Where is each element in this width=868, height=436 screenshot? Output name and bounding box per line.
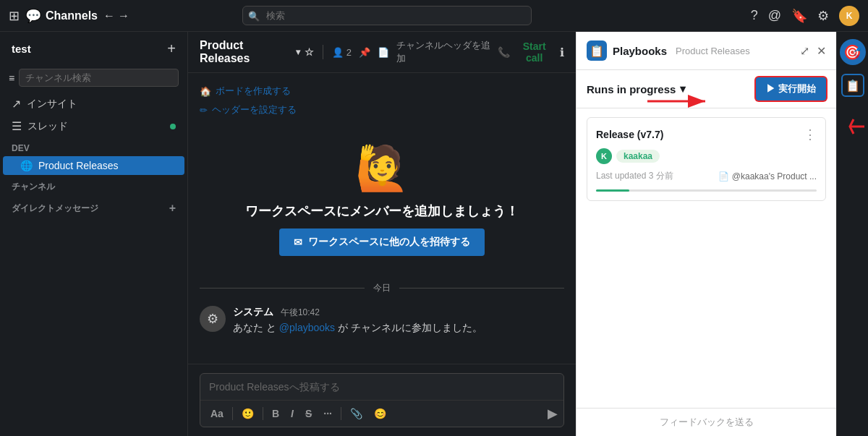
channels-section-label: チャンネル	[12, 181, 55, 193]
info-icon[interactable]: ℹ	[560, 46, 564, 59]
message-input-area: Aa 🙂 B I S ··· 📎 😊 ▶	[188, 364, 576, 436]
playbooks-panel-icon: 📋	[587, 40, 607, 61]
add-header-label[interactable]: チャンネルヘッダを追加	[396, 39, 492, 65]
create-board-link[interactable]: 🏠 ボードを作成する	[200, 85, 564, 98]
bookmark-icon[interactable]: 🔖	[791, 8, 807, 24]
app-title: 💬 Channels	[25, 8, 98, 24]
sidebar-item-product-releases[interactable]: 🌐 Product Releases	[3, 156, 184, 175]
playbooks-mention[interactable]: @playbooks	[279, 322, 335, 333]
divider-line-left	[200, 288, 365, 288]
back-arrow[interactable]: ←	[103, 9, 115, 22]
playbooks-content: Release (v7.7) ⋮ K kaakaa Last updated 3…	[576, 108, 836, 408]
globe-icon: 🌐	[20, 160, 33, 171]
strikethrough-button[interactable]: S	[301, 405, 316, 422]
right-icon-clipboard[interactable]: 📋	[841, 74, 864, 97]
channel-name-chevron[interactable]: ▾	[296, 47, 300, 57]
right-icon-target[interactable]: 🎯	[840, 39, 866, 65]
set-header-label: ヘッダーを設定する	[212, 103, 297, 116]
dev-section-label: DEV	[12, 143, 30, 153]
clipboard-icon: 📋	[846, 79, 860, 93]
filter-icon[interactable]: ≡	[9, 72, 14, 84]
expand-icon[interactable]: ⤢	[800, 44, 809, 58]
right-icons-column: 🎯 📋	[836, 32, 868, 436]
file-icon[interactable]: 📄	[378, 47, 389, 58]
welcome-text: ワークスペースにメンバーを追加しましょう！	[245, 202, 519, 220]
message-content: システム 午後10:42 あなた と @playbooks が チャンネルに参加…	[233, 306, 482, 335]
sidebar-item-insights[interactable]: ↗ インサイト	[0, 93, 187, 115]
search-area: 🔍	[242, 6, 532, 25]
pin-icon[interactable]: 📌	[359, 47, 370, 58]
search-icon: 🔍	[248, 10, 260, 21]
feedback-link[interactable]: フィードバックを送る	[660, 416, 754, 427]
forward-arrow[interactable]: →	[118, 9, 129, 22]
message-input[interactable]	[200, 374, 563, 400]
channel-name: Product Releases	[200, 39, 292, 65]
search-input[interactable]	[242, 6, 532, 25]
run-card-header: Release (v7.7) ⋮	[596, 127, 817, 142]
top-bar-right: ? @ 🔖 ⚙ K	[751, 6, 859, 26]
dm-section-header[interactable]: ダイレクトメッセージ +	[0, 196, 187, 218]
playbooks-header: 📋 Playbooks Product Releases ⤢ ✕	[576, 32, 836, 70]
sidebar-item-threads[interactable]: ☰ スレッド	[0, 115, 187, 137]
channel-search-input[interactable]	[19, 69, 179, 87]
member-icon: 👤	[332, 47, 344, 58]
member-count-value: 2	[346, 47, 352, 58]
toolbar-divider-3	[341, 407, 341, 420]
start-call-button[interactable]: 📞 Start call	[498, 40, 554, 64]
dev-section-header[interactable]: DEV	[0, 137, 187, 156]
run-card: Release (v7.7) ⋮ K kaakaa Last updated 3…	[587, 117, 826, 201]
help-icon[interactable]: ?	[751, 8, 758, 23]
grid-icon[interactable]: ⊞	[9, 8, 20, 24]
start-run-button[interactable]: ▶ 実行開始	[756, 77, 826, 101]
header-divider	[323, 45, 323, 59]
run-progress-bar	[596, 189, 817, 192]
top-bar: ⊞ 💬 Channels ← → 🔍 ? @ 🔖 ⚙ K	[0, 0, 868, 32]
format-aa-button[interactable]: Aa	[206, 405, 228, 422]
message-timestamp: 午後10:42	[281, 307, 320, 317]
channel-header: Product Releases ▾ ☆ 👤 2 📌 📄 チャンネルヘッダを追加	[188, 32, 576, 73]
runs-in-progress-label[interactable]: Runs in progress ▾	[587, 82, 686, 95]
set-header-link[interactable]: ✏ ヘッダーを設定する	[200, 103, 564, 116]
threads-icon: ☰	[12, 119, 22, 133]
runs-label-text: Runs in progress	[587, 83, 676, 95]
add-dm-icon[interactable]: +	[169, 202, 176, 215]
channel-title-group: Product Releases ▾ ☆	[200, 39, 314, 65]
run-last-updated: Last updated 3 分前	[596, 170, 673, 182]
run-playbook-link[interactable]: 📄 @kaakaa's Product ...	[718, 171, 817, 181]
channel-star-icon[interactable]: ☆	[305, 46, 314, 58]
table-row: ⚙ システム 午後10:42 あなた と @playbooks が チャンネルに…	[200, 306, 564, 335]
italic-button[interactable]: I	[286, 405, 298, 422]
channel-header-actions: 📞 Start call ℹ	[498, 40, 564, 64]
bold-button[interactable]: B	[268, 405, 284, 422]
divider-line-right	[399, 288, 564, 288]
setup-links: 🏠 ボードを作成する ✏ ヘッダーを設定する	[200, 85, 564, 116]
close-panel-icon[interactable]: ✕	[817, 44, 826, 58]
main-layout: test + ≡ ↗ インサイト ☰ スレッド DEV 🌐 Product R	[0, 32, 868, 436]
assignee-name[interactable]: kaakaa	[616, 150, 660, 163]
attach-button[interactable]: 📎	[346, 405, 367, 422]
send-button[interactable]: ▶	[548, 406, 558, 422]
emoji-button[interactable]: 😊	[370, 405, 391, 422]
run-assignee: K kaakaa	[596, 148, 817, 164]
assignee-avatar: K	[596, 148, 612, 164]
target-icon: 🎯	[843, 43, 861, 61]
settings-icon[interactable]: ⚙	[817, 8, 829, 24]
run-progress-fill	[596, 189, 629, 192]
invite-button[interactable]: ✉ ワークスペースに他の人を招待する	[279, 228, 485, 256]
more-formats-button[interactable]: ···	[319, 405, 336, 422]
workspace-name[interactable]: test	[12, 43, 31, 55]
threads-label: スレッド	[27, 120, 68, 133]
playbooks-footer: フィードバックを送る	[576, 408, 836, 436]
member-count[interactable]: 👤 2	[332, 47, 352, 58]
channels-section-header[interactable]: チャンネル	[0, 175, 187, 196]
playbooks-title: Playbooks	[613, 45, 667, 57]
emoji-small-button[interactable]: 🙂	[237, 405, 258, 422]
at-icon[interactable]: @	[768, 8, 781, 23]
messages-area[interactable]: 🏠 ボードを作成する ✏ ヘッダーを設定する 🙋 ワークスペースにメンバーを追加…	[188, 73, 576, 364]
playbook-link-text: @kaakaa's Product ...	[732, 171, 817, 181]
avatar[interactable]: K	[839, 6, 859, 26]
board-icon: 🏠	[200, 86, 211, 97]
run-menu-button[interactable]: ⋮	[804, 127, 817, 142]
add-channel-button[interactable]: +	[167, 40, 176, 57]
playbooks-channel-tag: Product Releases	[676, 46, 750, 56]
